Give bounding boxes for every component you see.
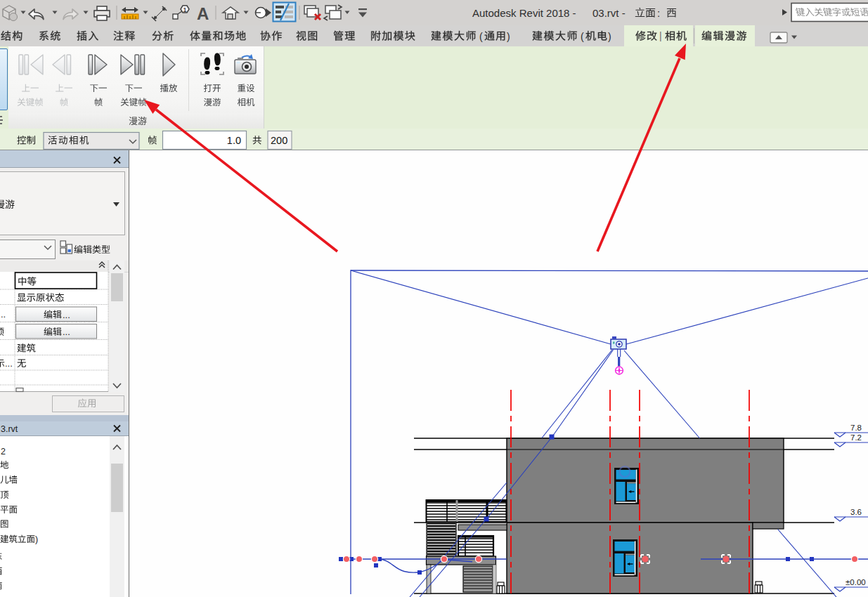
svg-text:A: A xyxy=(197,4,209,23)
svg-text:200: 200 xyxy=(271,135,287,146)
svg-text:..: .. xyxy=(1,309,6,320)
svg-text:...: ... xyxy=(5,358,13,369)
svg-text:...: ... xyxy=(63,327,70,337)
svg-text:(: ( xyxy=(581,31,584,42)
svg-text:...: ... xyxy=(63,310,70,320)
svg-text:1: 1 xyxy=(183,6,187,13)
svg-text:|: | xyxy=(659,30,662,41)
svg-text:3.rvt: 3.rvt xyxy=(1,424,18,434)
svg-text:): ) xyxy=(507,31,510,42)
svg-text:±0.00: ±0.00 xyxy=(846,578,866,586)
svg-text:(: ( xyxy=(479,31,483,42)
svg-text:2: 2 xyxy=(1,447,6,457)
svg-text:03.rvt -: 03.rvt - xyxy=(592,7,626,19)
svg-text:7.2: 7.2 xyxy=(850,433,862,442)
svg-text:Autodesk Revit 2018 -: Autodesk Revit 2018 - xyxy=(472,7,576,19)
svg-text:7.8: 7.8 xyxy=(850,424,862,432)
svg-text:): ) xyxy=(608,31,611,42)
svg-text:1.0: 1.0 xyxy=(227,135,241,146)
svg-text:): ) xyxy=(35,534,38,544)
svg-text:3.6: 3.6 xyxy=(850,508,862,516)
svg-text::: : xyxy=(657,7,660,19)
